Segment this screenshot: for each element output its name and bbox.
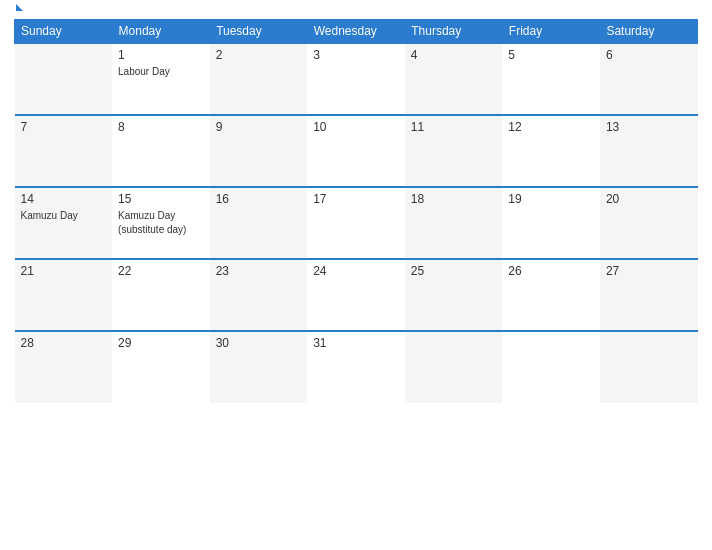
weekday-header-monday: Monday xyxy=(112,20,210,44)
calendar-cell: 7 xyxy=(15,115,113,187)
day-number: 7 xyxy=(21,120,107,134)
calendar-cell: 16 xyxy=(210,187,308,259)
calendar-cell: 24 xyxy=(307,259,405,331)
day-number: 5 xyxy=(508,48,594,62)
day-number: 1 xyxy=(118,48,204,62)
logo xyxy=(14,10,23,11)
calendar-cell: 20 xyxy=(600,187,698,259)
calendar-page: SundayMondayTuesdayWednesdayThursdayFrid… xyxy=(0,0,712,550)
day-number: 15 xyxy=(118,192,204,206)
day-number: 4 xyxy=(411,48,497,62)
day-number: 9 xyxy=(216,120,302,134)
calendar-cell: 6 xyxy=(600,43,698,115)
calendar-cell: 9 xyxy=(210,115,308,187)
day-number: 3 xyxy=(313,48,399,62)
calendar-cell: 11 xyxy=(405,115,503,187)
calendar-cell: 1Labour Day xyxy=(112,43,210,115)
calendar-cell: 14Kamuzu Day xyxy=(15,187,113,259)
calendar-cell: 2 xyxy=(210,43,308,115)
week-row-3: 14Kamuzu Day15Kamuzu Day(substitute day)… xyxy=(15,187,698,259)
calendar-cell: 31 xyxy=(307,331,405,403)
weekday-header-sunday: Sunday xyxy=(15,20,113,44)
day-number: 30 xyxy=(216,336,302,350)
weekday-header-thursday: Thursday xyxy=(405,20,503,44)
day-number: 12 xyxy=(508,120,594,134)
week-row-5: 28293031 xyxy=(15,331,698,403)
weekday-header-wednesday: Wednesday xyxy=(307,20,405,44)
calendar-cell: 25 xyxy=(405,259,503,331)
week-row-1: 1Labour Day23456 xyxy=(15,43,698,115)
day-number: 21 xyxy=(21,264,107,278)
day-number: 25 xyxy=(411,264,497,278)
calendar-cell: 30 xyxy=(210,331,308,403)
calendar-cell: 29 xyxy=(112,331,210,403)
day-number: 19 xyxy=(508,192,594,206)
calendar-cell: 17 xyxy=(307,187,405,259)
day-number: 6 xyxy=(606,48,692,62)
event-label: (substitute day) xyxy=(118,224,186,235)
calendar-table: SundayMondayTuesdayWednesdayThursdayFrid… xyxy=(14,19,698,403)
calendar-cell xyxy=(600,331,698,403)
calendar-cell: 21 xyxy=(15,259,113,331)
calendar-cell: 26 xyxy=(502,259,600,331)
calendar-body: 1Labour Day234567891011121314Kamuzu Day1… xyxy=(15,43,698,403)
calendar-cell: 18 xyxy=(405,187,503,259)
calendar-cell: 10 xyxy=(307,115,405,187)
day-number: 14 xyxy=(21,192,107,206)
day-number: 16 xyxy=(216,192,302,206)
calendar-cell: 22 xyxy=(112,259,210,331)
day-number: 13 xyxy=(606,120,692,134)
calendar-cell: 28 xyxy=(15,331,113,403)
day-number: 31 xyxy=(313,336,399,350)
calendar-cell xyxy=(502,331,600,403)
calendar-cell: 27 xyxy=(600,259,698,331)
calendar-cell: 15Kamuzu Day(substitute day) xyxy=(112,187,210,259)
day-number: 26 xyxy=(508,264,594,278)
day-number: 17 xyxy=(313,192,399,206)
day-number: 8 xyxy=(118,120,204,134)
calendar-cell: 23 xyxy=(210,259,308,331)
header xyxy=(14,10,698,11)
day-number: 20 xyxy=(606,192,692,206)
event-label: Kamuzu Day xyxy=(21,210,78,221)
day-number: 18 xyxy=(411,192,497,206)
calendar-cell xyxy=(405,331,503,403)
calendar-header: SundayMondayTuesdayWednesdayThursdayFrid… xyxy=(15,20,698,44)
day-number: 22 xyxy=(118,264,204,278)
day-number: 11 xyxy=(411,120,497,134)
calendar-cell: 3 xyxy=(307,43,405,115)
day-number: 28 xyxy=(21,336,107,350)
calendar-cell: 8 xyxy=(112,115,210,187)
weekday-header-friday: Friday xyxy=(502,20,600,44)
day-number: 27 xyxy=(606,264,692,278)
week-row-2: 78910111213 xyxy=(15,115,698,187)
day-number: 23 xyxy=(216,264,302,278)
calendar-cell xyxy=(15,43,113,115)
day-number: 10 xyxy=(313,120,399,134)
weekday-header-tuesday: Tuesday xyxy=(210,20,308,44)
calendar-cell: 4 xyxy=(405,43,503,115)
day-number: 2 xyxy=(216,48,302,62)
week-row-4: 21222324252627 xyxy=(15,259,698,331)
weekday-header-saturday: Saturday xyxy=(600,20,698,44)
event-label: Labour Day xyxy=(118,66,170,77)
day-number: 24 xyxy=(313,264,399,278)
calendar-cell: 5 xyxy=(502,43,600,115)
event-label: Kamuzu Day xyxy=(118,210,175,221)
calendar-cell: 13 xyxy=(600,115,698,187)
day-number: 29 xyxy=(118,336,204,350)
logo-triangle-icon xyxy=(16,4,23,11)
calendar-cell: 19 xyxy=(502,187,600,259)
calendar-cell: 12 xyxy=(502,115,600,187)
weekday-row: SundayMondayTuesdayWednesdayThursdayFrid… xyxy=(15,20,698,44)
